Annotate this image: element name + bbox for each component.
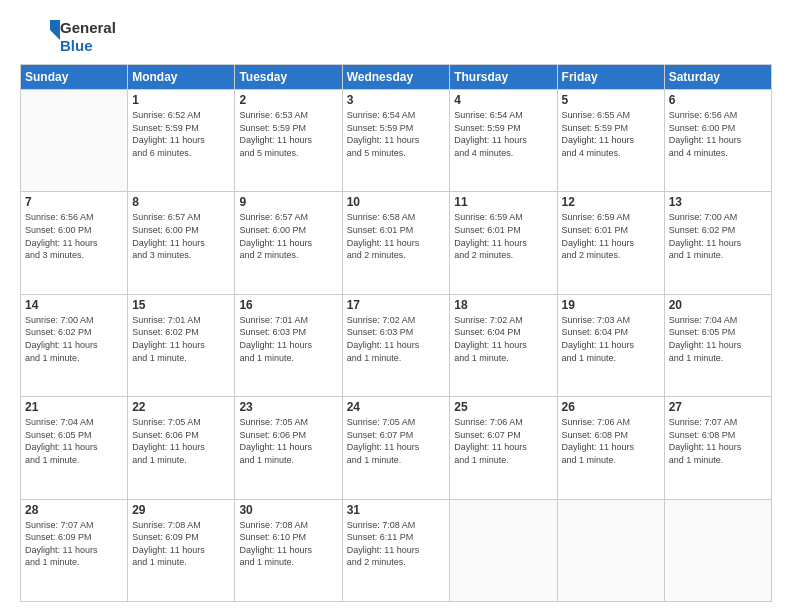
day-info: Sunrise: 7:05 AM Sunset: 6:07 PM Dayligh… (347, 416, 446, 466)
day-number: 11 (454, 195, 552, 209)
day-info: Sunrise: 6:56 AM Sunset: 6:00 PM Dayligh… (25, 211, 123, 261)
week-row-2: 7Sunrise: 6:56 AM Sunset: 6:00 PM Daylig… (21, 192, 772, 294)
day-number: 2 (239, 93, 337, 107)
logo-general: General (60, 19, 116, 37)
day-number: 8 (132, 195, 230, 209)
day-cell: 27Sunrise: 7:07 AM Sunset: 6:08 PM Dayli… (664, 397, 771, 499)
day-cell: 24Sunrise: 7:05 AM Sunset: 6:07 PM Dayli… (342, 397, 450, 499)
day-cell: 29Sunrise: 7:08 AM Sunset: 6:09 PM Dayli… (128, 499, 235, 601)
week-row-5: 28Sunrise: 7:07 AM Sunset: 6:09 PM Dayli… (21, 499, 772, 601)
day-cell: 28Sunrise: 7:07 AM Sunset: 6:09 PM Dayli… (21, 499, 128, 601)
day-cell: 23Sunrise: 7:05 AM Sunset: 6:06 PM Dayli… (235, 397, 342, 499)
day-number: 9 (239, 195, 337, 209)
day-number: 3 (347, 93, 446, 107)
day-info: Sunrise: 6:52 AM Sunset: 5:59 PM Dayligh… (132, 109, 230, 159)
week-row-3: 14Sunrise: 7:00 AM Sunset: 6:02 PM Dayli… (21, 294, 772, 396)
calendar-header-thursday: Thursday (450, 65, 557, 90)
day-cell: 20Sunrise: 7:04 AM Sunset: 6:05 PM Dayli… (664, 294, 771, 396)
day-info: Sunrise: 6:56 AM Sunset: 6:00 PM Dayligh… (669, 109, 767, 159)
day-number: 7 (25, 195, 123, 209)
day-number: 4 (454, 93, 552, 107)
day-info: Sunrise: 6:59 AM Sunset: 6:01 PM Dayligh… (562, 211, 660, 261)
day-info: Sunrise: 7:06 AM Sunset: 6:08 PM Dayligh… (562, 416, 660, 466)
day-cell: 9Sunrise: 6:57 AM Sunset: 6:00 PM Daylig… (235, 192, 342, 294)
day-number: 6 (669, 93, 767, 107)
day-info: Sunrise: 7:04 AM Sunset: 6:05 PM Dayligh… (25, 416, 123, 466)
day-cell: 15Sunrise: 7:01 AM Sunset: 6:02 PM Dayli… (128, 294, 235, 396)
day-cell: 12Sunrise: 6:59 AM Sunset: 6:01 PM Dayli… (557, 192, 664, 294)
day-cell: 2Sunrise: 6:53 AM Sunset: 5:59 PM Daylig… (235, 90, 342, 192)
svg-marker-0 (50, 20, 60, 40)
day-number: 26 (562, 400, 660, 414)
day-cell (450, 499, 557, 601)
day-info: Sunrise: 7:08 AM Sunset: 6:11 PM Dayligh… (347, 519, 446, 569)
day-info: Sunrise: 6:59 AM Sunset: 6:01 PM Dayligh… (454, 211, 552, 261)
calendar-header-saturday: Saturday (664, 65, 771, 90)
day-number: 16 (239, 298, 337, 312)
calendar-header-row: SundayMondayTuesdayWednesdayThursdayFrid… (21, 65, 772, 90)
calendar-header-friday: Friday (557, 65, 664, 90)
day-info: Sunrise: 7:01 AM Sunset: 6:03 PM Dayligh… (239, 314, 337, 364)
day-info: Sunrise: 6:55 AM Sunset: 5:59 PM Dayligh… (562, 109, 660, 159)
day-cell: 14Sunrise: 7:00 AM Sunset: 6:02 PM Dayli… (21, 294, 128, 396)
day-cell: 21Sunrise: 7:04 AM Sunset: 6:05 PM Dayli… (21, 397, 128, 499)
day-cell: 5Sunrise: 6:55 AM Sunset: 5:59 PM Daylig… (557, 90, 664, 192)
day-number: 25 (454, 400, 552, 414)
calendar-header-tuesday: Tuesday (235, 65, 342, 90)
day-info: Sunrise: 6:54 AM Sunset: 5:59 PM Dayligh… (454, 109, 552, 159)
week-row-1: 1Sunrise: 6:52 AM Sunset: 5:59 PM Daylig… (21, 90, 772, 192)
day-info: Sunrise: 6:57 AM Sunset: 6:00 PM Dayligh… (132, 211, 230, 261)
day-number: 24 (347, 400, 446, 414)
day-info: Sunrise: 7:06 AM Sunset: 6:07 PM Dayligh… (454, 416, 552, 466)
logo-blue: Blue (60, 37, 116, 55)
day-info: Sunrise: 7:04 AM Sunset: 6:05 PM Dayligh… (669, 314, 767, 364)
day-info: Sunrise: 7:05 AM Sunset: 6:06 PM Dayligh… (239, 416, 337, 466)
day-number: 19 (562, 298, 660, 312)
day-cell: 19Sunrise: 7:03 AM Sunset: 6:04 PM Dayli… (557, 294, 664, 396)
day-number: 10 (347, 195, 446, 209)
day-cell (557, 499, 664, 601)
calendar-header-sunday: Sunday (21, 65, 128, 90)
day-cell (21, 90, 128, 192)
day-number: 15 (132, 298, 230, 312)
day-cell: 7Sunrise: 6:56 AM Sunset: 6:00 PM Daylig… (21, 192, 128, 294)
day-cell: 30Sunrise: 7:08 AM Sunset: 6:10 PM Dayli… (235, 499, 342, 601)
day-info: Sunrise: 7:02 AM Sunset: 6:03 PM Dayligh… (347, 314, 446, 364)
day-cell: 17Sunrise: 7:02 AM Sunset: 6:03 PM Dayli… (342, 294, 450, 396)
day-cell: 1Sunrise: 6:52 AM Sunset: 5:59 PM Daylig… (128, 90, 235, 192)
day-number: 17 (347, 298, 446, 312)
day-cell: 25Sunrise: 7:06 AM Sunset: 6:07 PM Dayli… (450, 397, 557, 499)
header: GeneralBlue (20, 18, 772, 56)
day-info: Sunrise: 7:07 AM Sunset: 6:08 PM Dayligh… (669, 416, 767, 466)
day-number: 23 (239, 400, 337, 414)
day-number: 30 (239, 503, 337, 517)
day-number: 12 (562, 195, 660, 209)
day-cell: 11Sunrise: 6:59 AM Sunset: 6:01 PM Dayli… (450, 192, 557, 294)
day-number: 27 (669, 400, 767, 414)
day-cell: 8Sunrise: 6:57 AM Sunset: 6:00 PM Daylig… (128, 192, 235, 294)
calendar: SundayMondayTuesdayWednesdayThursdayFrid… (20, 64, 772, 602)
day-number: 5 (562, 93, 660, 107)
day-info: Sunrise: 7:08 AM Sunset: 6:10 PM Dayligh… (239, 519, 337, 569)
week-row-4: 21Sunrise: 7:04 AM Sunset: 6:05 PM Dayli… (21, 397, 772, 499)
day-number: 31 (347, 503, 446, 517)
day-info: Sunrise: 6:54 AM Sunset: 5:59 PM Dayligh… (347, 109, 446, 159)
day-number: 22 (132, 400, 230, 414)
day-cell: 6Sunrise: 6:56 AM Sunset: 6:00 PM Daylig… (664, 90, 771, 192)
day-info: Sunrise: 6:58 AM Sunset: 6:01 PM Dayligh… (347, 211, 446, 261)
calendar-header-monday: Monday (128, 65, 235, 90)
day-info: Sunrise: 7:01 AM Sunset: 6:02 PM Dayligh… (132, 314, 230, 364)
day-cell: 13Sunrise: 7:00 AM Sunset: 6:02 PM Dayli… (664, 192, 771, 294)
day-number: 28 (25, 503, 123, 517)
day-number: 1 (132, 93, 230, 107)
day-number: 21 (25, 400, 123, 414)
day-info: Sunrise: 6:53 AM Sunset: 5:59 PM Dayligh… (239, 109, 337, 159)
day-cell (664, 499, 771, 601)
day-number: 14 (25, 298, 123, 312)
day-info: Sunrise: 7:07 AM Sunset: 6:09 PM Dayligh… (25, 519, 123, 569)
day-info: Sunrise: 7:08 AM Sunset: 6:09 PM Dayligh… (132, 519, 230, 569)
day-cell: 26Sunrise: 7:06 AM Sunset: 6:08 PM Dayli… (557, 397, 664, 499)
logo-icon (20, 18, 60, 56)
day-cell: 16Sunrise: 7:01 AM Sunset: 6:03 PM Dayli… (235, 294, 342, 396)
day-info: Sunrise: 7:03 AM Sunset: 6:04 PM Dayligh… (562, 314, 660, 364)
